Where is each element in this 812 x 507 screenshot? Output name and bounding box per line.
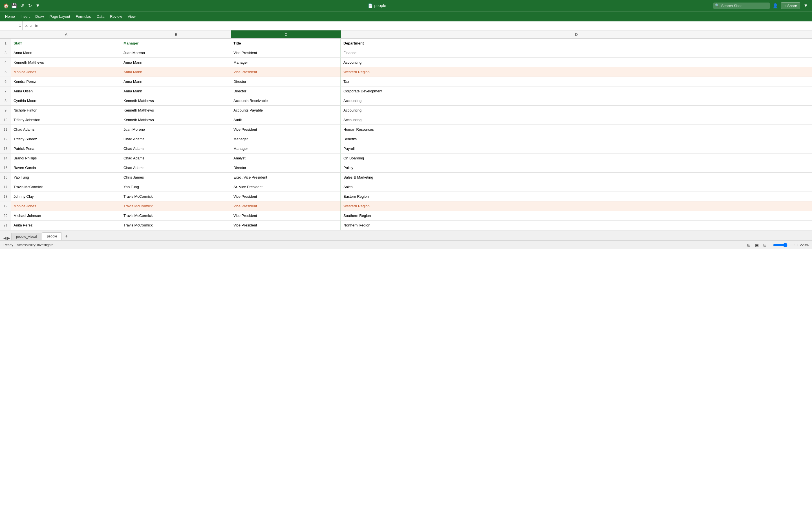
cell-manager[interactable]: Chad Adams [121, 134, 231, 144]
cell-manager[interactable]: Chad Adams [121, 144, 231, 153]
table-row[interactable]: 14 Brandi Phillips Chad Adams Analyst On… [0, 154, 812, 163]
cell-department[interactable]: Benefits [341, 134, 812, 144]
tab-prev-icon[interactable]: ◀ [3, 236, 6, 240]
cell-title[interactable]: Sr. Vice President [231, 182, 341, 191]
menu-home[interactable]: Home [2, 13, 18, 20]
cell-staff[interactable]: Brandi Phillips [11, 154, 121, 163]
cell-title[interactable]: Accounts Payable [231, 106, 341, 115]
cell-title[interactable]: Analyst [231, 154, 341, 163]
cell-title[interactable]: Audit [231, 115, 341, 124]
cell-department[interactable]: Western Region [341, 202, 812, 211]
table-row[interactable]: 19 Monica Jones Travis McCormick Vice Pr… [0, 202, 812, 211]
menu-draw[interactable]: Draw [33, 13, 47, 20]
cell-staff[interactable]: Anita Perez [11, 221, 121, 230]
more-tools-icon[interactable]: ▼ [35, 3, 41, 8]
table-row[interactable]: 18 Johnny Clay Travis McCormick Vice Pre… [0, 192, 812, 202]
cell-title[interactable]: Vice President [231, 48, 341, 57]
cell-manager[interactable]: Travis McCormick [121, 202, 231, 211]
cell-staff[interactable]: Travis McCormick [11, 182, 121, 191]
cell-department[interactable]: Policy [341, 163, 812, 172]
tab-people[interactable]: people [42, 232, 62, 240]
cell-staff[interactable]: Tiffany Suarez [11, 134, 121, 144]
formula-input[interactable] [40, 24, 812, 28]
cell-department[interactable]: Finance [341, 48, 812, 57]
cell-title[interactable]: Director [231, 77, 341, 86]
cell-title[interactable]: Vice President [231, 211, 341, 220]
cell-staff[interactable]: Patrick Pena [11, 144, 121, 153]
cell-staff[interactable]: Kenneth Matthews [11, 58, 121, 67]
cell-manager[interactable]: Anna Mann [121, 58, 231, 67]
cell-staff[interactable]: Michael Johnson [11, 211, 121, 220]
cancel-formula-icon[interactable]: ✕ [25, 24, 28, 28]
cell-title[interactable]: Director [231, 87, 341, 96]
add-sheet-button[interactable]: + [62, 232, 70, 240]
cell-department[interactable]: Corporate Development [341, 87, 812, 96]
tab-people-visual[interactable]: people_visual [11, 233, 42, 240]
insert-function-icon[interactable]: fx [35, 24, 38, 28]
cell-manager[interactable]: Chris James [121, 173, 231, 182]
save-icon[interactable]: 💾 [11, 3, 17, 8]
cell-manager[interactable]: Anna Mann [121, 77, 231, 86]
cell-staff[interactable]: Chad Adams [11, 125, 121, 134]
cell-manager[interactable]: Chad Adams [121, 163, 231, 172]
zoom-slider[interactable] [773, 243, 796, 247]
cell-staff[interactable]: Raven Garcia [11, 163, 121, 172]
col-header-b[interactable]: B [121, 31, 231, 38]
cell-staff[interactable]: Tiffany Johnston [11, 115, 121, 124]
cell-staff[interactable]: Monica Jones [11, 202, 121, 211]
zoom-out-icon[interactable]: − [770, 243, 772, 247]
menu-view[interactable]: View [125, 13, 139, 20]
cell-manager[interactable]: Kenneth Matthews [121, 106, 231, 115]
table-row[interactable]: 15 Raven Garcia Chad Adams Director Poli… [0, 163, 812, 173]
normal-view-icon[interactable]: ⊞ [746, 242, 752, 248]
cell-department[interactable]: Northern Region [341, 221, 812, 230]
cell-manager[interactable]: Juan Moreno [121, 125, 231, 134]
cell-manager[interactable]: Anna Mann [121, 67, 231, 76]
cell-title[interactable]: Manager [231, 144, 341, 153]
col-header-c[interactable]: C [231, 31, 341, 38]
account-icon[interactable]: 👤 [772, 3, 778, 8]
search-input[interactable] [713, 3, 770, 9]
menu-review[interactable]: Review [107, 13, 125, 20]
cell-staff[interactable]: Johnny Clay [11, 192, 121, 201]
cell-manager[interactable]: Kenneth Matthews [121, 115, 231, 124]
cell-staff[interactable]: Kendra Perez [11, 77, 121, 86]
cell-department[interactable]: Accounting [341, 58, 812, 67]
table-row[interactable]: 10 Tiffany Johnston Kenneth Matthews Aud… [0, 115, 812, 125]
table-row[interactable]: 8 Cynthia Moore Kenneth Matthews Account… [0, 96, 812, 106]
cell-title[interactable]: Vice President [231, 125, 341, 134]
cell-department[interactable]: Payroll [341, 144, 812, 153]
table-row[interactable]: 7 Anna Olsen Anna Mann Director Corporat… [0, 87, 812, 96]
cell-title[interactable]: Manager [231, 58, 341, 67]
cell-title[interactable]: Director [231, 163, 341, 172]
menu-insert[interactable]: Insert [18, 13, 33, 20]
cell-department[interactable]: Accounting [341, 96, 812, 105]
arrow-down[interactable]: ▼ [19, 26, 21, 28]
cell-staff[interactable]: Nichole Hinton [11, 106, 121, 115]
menu-page-layout[interactable]: Page Layout [47, 13, 73, 20]
share-button[interactable]: + Share [781, 2, 800, 9]
cell-title[interactable]: Vice President [231, 192, 341, 201]
table-row[interactable]: 9 Nichole Hinton Kenneth Matthews Accoun… [0, 106, 812, 115]
confirm-formula-icon[interactable]: ✓ [30, 24, 33, 28]
table-row[interactable]: 16 Yao Tung Chris James Exec. Vice Presi… [0, 173, 812, 182]
home-icon[interactable]: 🏠 [3, 3, 9, 8]
cell-manager[interactable]: Travis McCormick [121, 211, 231, 220]
table-row[interactable]: 17 Travis McCormick Yao Tung Sr. Vice Pr… [0, 182, 812, 192]
cell-department[interactable]: Sales [341, 182, 812, 191]
zoom-in-icon[interactable]: + [797, 243, 799, 247]
cell-staff[interactable]: Yao Tung [11, 173, 121, 182]
table-row[interactable]: 5 Monica Jones Anna Mann Vice President … [0, 67, 812, 77]
col-header-d[interactable]: D [341, 31, 812, 38]
cell-title[interactable]: Vice President [231, 221, 341, 230]
cell-manager[interactable]: Chad Adams [121, 154, 231, 163]
page-break-view-icon[interactable]: ⊟ [762, 242, 768, 248]
cell-manager[interactable]: Yao Tung [121, 182, 231, 191]
cell-department[interactable]: Western Region [341, 67, 812, 76]
cell-title[interactable]: Vice President [231, 67, 341, 76]
table-row[interactable]: 20 Michael Johnson Travis McCormick Vice… [0, 211, 812, 221]
menu-formulas[interactable]: Formulas [73, 13, 94, 20]
cell-manager[interactable]: Kenneth Matthews [121, 96, 231, 105]
col-header-a[interactable]: A [11, 31, 121, 38]
redo-icon[interactable]: ↻ [27, 3, 33, 8]
